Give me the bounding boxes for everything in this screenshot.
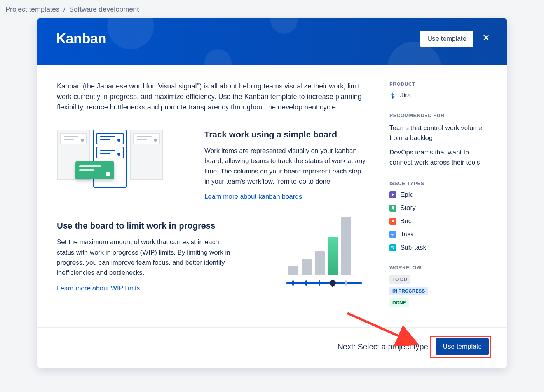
feature-wip-limits: Use the board to limit work in progress …: [57, 221, 366, 292]
next-step-label: Next: Select a project type: [337, 342, 428, 351]
product-row: Jira: [389, 92, 489, 99]
product-name: Jira: [400, 92, 411, 99]
breadcrumb: Project templates / Software development: [0, 5, 544, 18]
svg-rect-1: [391, 246, 392, 247]
learn-more-wip-link[interactable]: Learn more about WIP limits: [57, 284, 140, 292]
task-icon: [389, 231, 396, 238]
kanban-board-illustration: [57, 130, 177, 196]
feature-track-work: Track work using a simple board Work ite…: [57, 130, 366, 201]
feature-title: Track work using a simple board: [204, 130, 366, 140]
learn-more-kanban-link[interactable]: Learn more about kanban boards: [204, 193, 302, 200]
close-icon[interactable]: [482, 33, 490, 44]
svg-point-0: [392, 220, 394, 222]
jira-icon: [389, 92, 397, 99]
svg-rect-2: [393, 248, 394, 249]
workflow-status-inprogress: IN PROGRESS: [389, 287, 428, 295]
breadcrumb-separator: /: [63, 5, 65, 14]
product-label: PRODUCT: [389, 81, 489, 87]
page-title: Kanban: [56, 31, 106, 47]
recommended-item: DevOps teams that want to connect work a…: [389, 147, 489, 167]
sidebar: PRODUCT Jira RECOMMENDED FOR Teams that …: [389, 81, 489, 323]
feature-title: Use the board to limit work in progress: [57, 221, 238, 231]
recommended-item: Teams that control work volume from a ba…: [389, 123, 489, 143]
breadcrumb-root[interactable]: Project templates: [5, 5, 59, 14]
feature-body: Set the maximum amount of work that can …: [57, 237, 238, 278]
modal-footer: Next: Select a project type Use template: [37, 327, 507, 368]
issue-type-bug: Bug: [389, 217, 489, 225]
issue-type-story: Story: [389, 204, 489, 212]
recommended-label: RECOMMENDED FOR: [389, 113, 489, 118]
breadcrumb-current: Software development: [69, 5, 139, 14]
workflow-label: WORKFLOW: [389, 265, 489, 271]
story-icon: [389, 205, 396, 212]
subtask-icon: [389, 244, 396, 251]
modal-header: Kanban Use template: [37, 18, 507, 65]
template-description: Kanban (the Japanese word for "visual si…: [57, 81, 366, 113]
template-detail-modal: Kanban Use template Kanban (the Japanese…: [37, 18, 507, 368]
issue-type-subtask: Sub-task: [389, 244, 489, 252]
issue-types-label: ISSUE TYPES: [389, 180, 489, 186]
issue-type-task: Task: [389, 231, 489, 238]
use-template-button-top[interactable]: Use template: [420, 31, 473, 47]
workflow-status-todo: TO DO: [389, 275, 410, 284]
feature-body: Work items are represented visually on y…: [204, 146, 366, 187]
issue-type-epic: Epic: [389, 191, 489, 199]
use-template-button[interactable]: Use template: [436, 338, 489, 355]
epic-icon: [389, 191, 396, 198]
bug-icon: [389, 218, 396, 225]
wip-chart-illustration: [288, 221, 366, 291]
workflow-status-done: DONE: [389, 298, 409, 307]
